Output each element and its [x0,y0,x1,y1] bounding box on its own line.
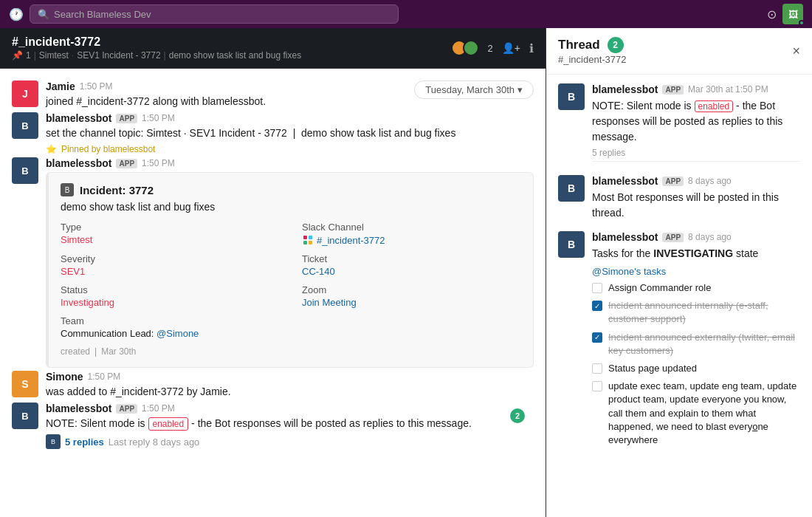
message-row: S Simone 1:50 PM was added to #_incident… [12,371,534,400]
message-text: Tasks for the INVESTIGATING state [592,246,800,261]
member-avatars [451,40,479,56]
thread-msg-content: blamelessbot APP 8 days ago Tasks for th… [592,231,800,451]
app-badge: APP [116,404,137,414]
user-avatar: 🖼 [782,4,803,24]
task-mention: @Simone's tasks [592,266,800,277]
svg-rect-0 [303,236,307,239]
incident-grid: Type Simtest Slack Channel [61,222,521,339]
team-mention: @Simone [156,328,199,339]
topbar-right: ⊙ 🖼 [767,4,803,24]
svg-rect-2 [303,241,307,244]
incident-severity-field: Severity SEV1 [61,253,280,277]
date-label: Tuesday, March 30th [425,84,515,95]
incident-card-header: B Incident: 3772 [61,183,521,196]
message-text: NOTE: Silent mode is enabled - the Bot r… [592,98,800,145]
thread-title: Thread [558,38,600,52]
channel-title-area: #_incident-3772 📌 1 | Simtest · SEV1 Inc… [12,35,301,61]
enabled-badge: enabled [148,417,189,431]
task-checkbox[interactable]: ✓ [592,332,602,343]
avatar: B [12,403,38,429]
member-count: 2 [488,43,493,54]
online-indicator [799,20,805,26]
replies-divider: 5 replies [592,145,800,162]
field-value: CC-140 [302,266,521,277]
message-text: set the channel topic: Simtest · SEV1 In… [46,126,534,141]
avatar: B [12,157,38,184]
star-icon: ⭐ [46,144,57,154]
avatar: J [12,81,38,107]
field-label: Type [61,222,280,233]
pin-icon: 📌 [12,50,23,61]
thread-msg-content: blamelessbot APP Mar 30th at 1:50 PM NOT… [592,83,800,165]
search-placeholder: Search Blameless Dev [54,9,151,20]
message-author: blamelessbot [592,83,658,95]
enabled-badge: enabled [695,100,734,112]
message-meta: blamelessbot APP 1:50 PM [46,112,534,124]
replies-bar[interactable]: B 5 replies Last reply 8 days ago [46,434,534,449]
thread-message: B blamelessbot APP 8 days ago Most Bot r… [558,175,800,221]
tasks-container: @Simone's tasks Assign Commander role ✓ … [592,266,800,447]
date-divider-button[interactable]: Tuesday, March 30th ▾ [414,81,534,99]
task-text: Assign Commander role [608,281,711,295]
pin-count: 1 [26,50,31,61]
info-button[interactable]: ℹ [529,41,534,55]
field-label: Slack Channel [302,222,521,233]
search-input[interactable]: 🔍 Search Blameless Dev [30,4,399,24]
message-content: blamelessbot APP 1:50 PM NOTE: Silent mo… [46,403,534,449]
channel-topic: demo show task list and bug fixes [169,50,301,61]
thread-message: B blamelessbot APP Mar 30th at 1:50 PM N… [558,83,800,165]
pinned-indicator: ⭐ Pinned by blamelessbot [46,144,534,154]
incident-description: demo show task list and bug fixes [61,201,521,213]
message-time: Mar 30th at 1:50 PM [688,84,768,95]
message-time: 1:50 PM [142,113,175,123]
task-checkbox[interactable] [592,283,602,293]
message-row: B blamelessbot APP 1:50 PM B Incident: 3… [12,157,534,368]
thread-msg-content: blamelessbot APP 8 days ago Most Bot res… [592,175,800,221]
app-badge: APP [116,159,137,168]
message-time: 8 days ago [688,176,732,186]
field-value: SEV1 [61,266,280,277]
task-item: Status page updated [592,362,800,375]
message-time: 1:50 PM [142,403,175,414]
thread-message: B blamelessbot APP 8 days ago Tasks for … [558,231,800,451]
message-author: blamelessbot [46,403,111,414]
task-checkbox[interactable]: ✓ [592,301,602,311]
thread-title-area: Thread 2 #_incident-3772 [558,37,627,65]
app-badge: APP [662,233,684,242]
message-author: blamelessbot [592,231,658,243]
field-label: Status [61,284,280,295]
message-text: NOTE: Silent mode is enabled - the Bot r… [46,416,534,431]
task-text: Incident announced externally (twitter, … [608,331,800,357]
message-text: was added to #_incident-3772 by Jamie. [46,384,534,400]
incident-team-field: Team Communication Lead: @Simone [61,315,521,339]
task-checkbox[interactable] [592,381,602,391]
replies-avatar: B [46,434,61,449]
add-member-button[interactable]: 👤+ [502,42,520,54]
field-value: #_incident-3772 [302,234,521,246]
close-button[interactable]: × [792,44,800,58]
messages-container: J Jamie 1:50 PM joined #_incident-3772 a… [0,69,546,517]
field-value: Investigating [61,297,280,308]
incident-card: B Incident: 3772 demo show task list and… [46,172,534,368]
thread-msg-meta: blamelessbot APP 8 days ago [592,231,800,243]
channel-name: #_incident-3772 [12,35,301,49]
thread-messages: B blamelessbot APP Mar 30th at 1:50 PM N… [546,75,812,517]
message-content: Jamie 1:50 PM joined #_incident-3772 alo… [46,81,407,109]
field-label: Zoom [302,284,521,295]
chevron-down-icon: ▾ [517,84,523,95]
app-badge: APP [116,114,137,123]
org-name: Simtest [39,50,69,61]
task-checkbox[interactable] [592,363,602,374]
created-date: | [94,346,97,357]
channel-header-actions: 2 👤+ ℹ [451,40,534,56]
message-meta: blamelessbot APP 1:50 PM [46,403,534,414]
help-icon[interactable]: ⊙ [767,7,777,21]
incident-status-field: Status Investigating [61,284,280,308]
topbar: 🕐 🔍 Search Blameless Dev ⊙ 🖼 [0,0,812,28]
task-item: ✓ Incident announced internally (e-staff… [592,299,800,326]
field-value: Simtest [61,234,280,245]
thread-badge: 2 [608,37,624,53]
chat-area: #_incident-3772 📌 1 | Simtest · SEV1 Inc… [0,28,546,517]
svg-rect-1 [309,236,312,239]
channel-breadcrumb: 📌 1 | Simtest · SEV1 Incident - 3772 | d… [12,50,301,61]
